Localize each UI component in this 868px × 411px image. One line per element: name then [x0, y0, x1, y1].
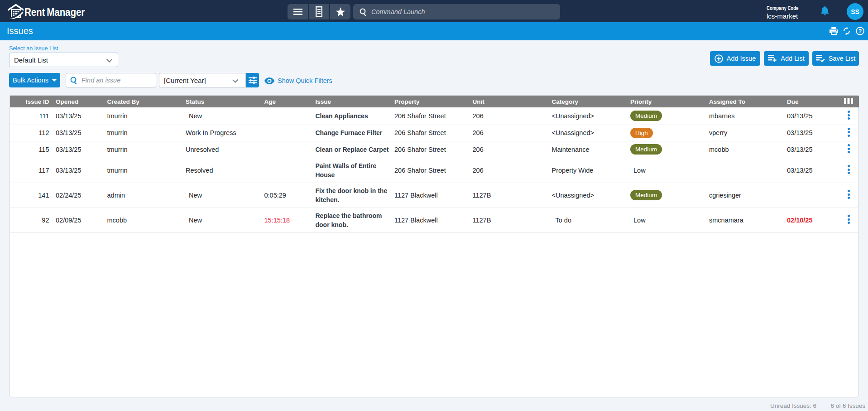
svg-text:?: ? — [858, 28, 862, 34]
